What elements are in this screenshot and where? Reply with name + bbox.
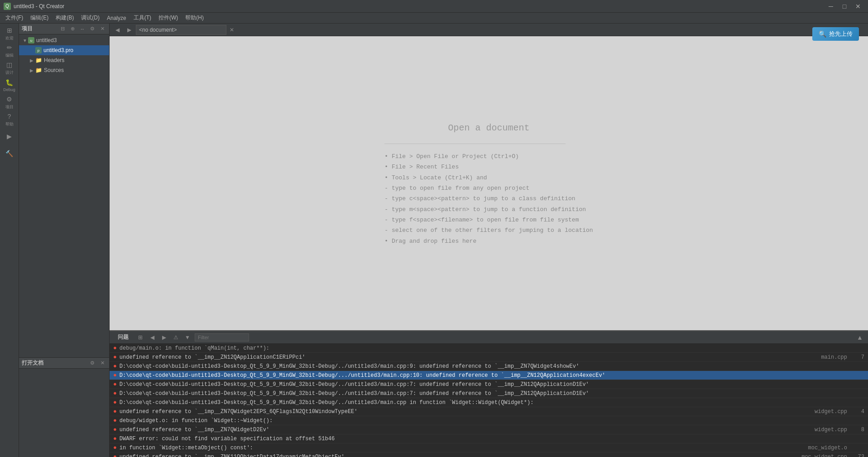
- issue-file: moc_widget.cpp: [793, 454, 847, 457]
- error-icon: ●: [113, 417, 117, 424]
- project-icon[interactable]: ⚙项目: [1, 94, 18, 111]
- menu-item-6[interactable]: 控件(W): [155, 13, 182, 24]
- issue-line: 73: [851, 454, 864, 457]
- hint-item: - type f<space><filename> to open file f…: [384, 215, 593, 225]
- menu-item-4[interactable]: Analyze: [103, 13, 130, 24]
- hints-container: • File > Open File or Project (Ctrl+O)• …: [384, 151, 593, 247]
- issues-tab[interactable]: 问题: [113, 332, 133, 342]
- hint-item: - type m<space><pattern> to jump to a fu…: [384, 204, 593, 215]
- issues-list: ●debug/main.o: in function `qMain(int, c…: [110, 344, 868, 457]
- back-button[interactable]: ◀: [112, 25, 122, 35]
- doc-close-button[interactable]: ✕: [228, 26, 235, 34]
- issues-warning-btn[interactable]: ⚠: [171, 333, 180, 342]
- main-layout: ⊞欢迎✏编辑◫设计🐛Debug⚙项目?帮助▶🔨 项目 ⊟ ⊕ ↔ ⚙ ✕ ▼uu…: [0, 24, 868, 457]
- hint-item: - type c<space><pattern> to jump to a cl…: [384, 193, 593, 204]
- collapse-btn[interactable]: ▲: [855, 333, 864, 342]
- issue-line: 4: [851, 409, 864, 415]
- settings-btn[interactable]: ⚙: [88, 25, 96, 33]
- issue-row[interactable]: ●DWARF error: could not find variable sp…: [110, 434, 868, 443]
- tree-label: untitled3.pro: [43, 47, 73, 53]
- issue-text: D:\code\qt-code\build-untitled3-Desktop_…: [120, 381, 789, 388]
- window-controls: ─ □ ✕: [825, 0, 864, 13]
- upload-icon: 🔍: [819, 30, 826, 38]
- issue-file: widget.cpp: [793, 427, 847, 433]
- project-panel: 项目 ⊟ ⊕ ↔ ⚙ ✕ ▼uuntitled3puntitled3.pro▶📁…: [19, 24, 110, 457]
- menu-item-2[interactable]: 构建(B): [52, 13, 77, 24]
- issue-row[interactable]: ●D:\code\qt-code\build-untitled3-Desktop…: [110, 380, 868, 389]
- build-icon[interactable]: 🔨: [1, 146, 18, 162]
- open-doc-divider: [384, 144, 566, 144]
- upload-label: 抢先上传: [829, 30, 853, 38]
- edit-icon[interactable]: ✏编辑: [1, 43, 18, 59]
- error-icon: ●: [113, 426, 117, 433]
- tree-item-pro[interactable]: puntitled3.pro: [19, 45, 109, 55]
- help-icon[interactable]: ?帮助: [1, 111, 18, 128]
- open-doc-content: Open a document • File > Open File or Pr…: [384, 120, 593, 247]
- tree-item-headers[interactable]: ▶📁Headers: [19, 55, 109, 65]
- debug-icon[interactable]: 🐛Debug: [1, 77, 18, 93]
- issues-filter-btn[interactable]: ▼: [183, 333, 192, 342]
- issue-file: main.cpp: [793, 354, 847, 361]
- issue-row[interactable]: ●debug/main.o: in function `qMain(int, c…: [110, 344, 868, 353]
- issue-text: D:\code\qt-code\build-untitled3-Desktop_…: [120, 390, 789, 397]
- welcome-icon[interactable]: ⊞欢迎: [1, 25, 18, 42]
- issue-file: moc_widget.o: [793, 445, 847, 451]
- issue-text: undefined reference to `__imp__ZN12QAppl…: [120, 354, 789, 361]
- design-icon[interactable]: ◫设计: [1, 60, 18, 76]
- menu-item-5[interactable]: 工具(T): [130, 13, 155, 24]
- open-document-area: Open a document • File > Open File or Pr…: [110, 36, 868, 330]
- tree-label: Headers: [44, 57, 64, 63]
- close-panel-btn[interactable]: ✕: [98, 25, 106, 33]
- upload-button[interactable]: 🔍 抢先上传: [812, 27, 859, 41]
- title-text: untitled3 - Qt Creator: [14, 3, 825, 10]
- issue-text: debug/widget.o: in function `Widget::~Wi…: [120, 418, 789, 424]
- document-selector[interactable]: [136, 25, 226, 35]
- issue-row[interactable]: ●debug/widget.o: in function `Widget::~W…: [110, 416, 868, 425]
- open-docs-close-btn[interactable]: ✕: [98, 359, 106, 367]
- issue-text: undefined reference to `__imp__ZN7QWidge…: [120, 427, 789, 433]
- error-icon: ●: [113, 435, 117, 442]
- menubar: 文件(F)编辑(E)构建(B)调试(D)Analyze工具(T)控件(W)帮助(…: [0, 13, 868, 24]
- menu-item-1[interactable]: 编辑(E): [27, 13, 52, 24]
- issue-row[interactable]: ●D:\code\qt-code\build-untitled3-Desktop…: [110, 371, 868, 380]
- tree-item-root[interactable]: ▼uuntitled3: [19, 35, 109, 45]
- hint-item: • Tools > Locate (Ctrl+K) and: [384, 173, 593, 183]
- forward-button[interactable]: ▶: [124, 25, 134, 35]
- hint-item: • File > Open File or Project (Ctrl+O): [384, 151, 593, 162]
- issues-next-btn[interactable]: ▶: [159, 333, 168, 342]
- issues-add-btn[interactable]: ⊞: [136, 333, 145, 342]
- bottom-toolbar: 问题 ⊞ ◀ ▶ ⚠ ▼ ▲: [110, 331, 868, 344]
- issue-row[interactable]: ●undefined reference to `__imp__ZN7QWidg…: [110, 425, 868, 434]
- filter-input[interactable]: [195, 333, 249, 342]
- minimize-button[interactable]: ─: [825, 0, 837, 13]
- error-icon: ●: [113, 354, 117, 361]
- issue-line: 7: [851, 354, 864, 361]
- open-docs-label: 打开文档: [22, 359, 86, 367]
- menu-item-0[interactable]: 文件(F): [2, 13, 27, 24]
- issue-row[interactable]: ●undefined reference to `__imp__ZN7QWidg…: [110, 407, 868, 416]
- issue-row[interactable]: ●in function `Widget::metaObject() const…: [110, 443, 868, 452]
- run-icon[interactable]: ▶: [1, 129, 18, 145]
- issue-row[interactable]: ●D:\code\qt-code\build-untitled3-Desktop…: [110, 362, 868, 371]
- menu-item-3[interactable]: 调试(D): [77, 13, 103, 24]
- filter-btn[interactable]: ⊟: [58, 25, 67, 33]
- app-icon: Q: [4, 3, 11, 10]
- issue-row[interactable]: ●undefined reference to `__imp__ZN12QApp…: [110, 353, 868, 362]
- maximize-button[interactable]: □: [838, 0, 851, 13]
- issue-row[interactable]: ●undefined reference to `__imp__ZNK11QOb…: [110, 452, 868, 457]
- close-button[interactable]: ✕: [852, 0, 864, 13]
- error-icon: ●: [113, 345, 117, 351]
- open-docs-settings-btn[interactable]: ⚙: [88, 359, 96, 367]
- sync-btn[interactable]: ↔: [78, 25, 86, 33]
- tree-item-sources[interactable]: ▶📁Sources: [19, 65, 109, 75]
- expand-btn[interactable]: ⊕: [68, 25, 77, 33]
- issue-row[interactable]: ●D:\code\qt-code\build-untitled3-Desktop…: [110, 389, 868, 398]
- issue-file: widget.cpp: [793, 409, 847, 415]
- issue-row[interactable]: ●D:\code\qt-code\build-untitled3-Desktop…: [110, 398, 868, 407]
- error-icon: ●: [113, 390, 117, 397]
- menu-item-7[interactable]: 帮助(H): [182, 13, 207, 24]
- open-doc-title: Open a document: [384, 120, 593, 136]
- issues-prev-btn[interactable]: ◀: [148, 333, 157, 342]
- open-docs-panel: 打开文档 ⚙ ✕: [19, 357, 109, 457]
- error-icon: ●: [113, 444, 117, 451]
